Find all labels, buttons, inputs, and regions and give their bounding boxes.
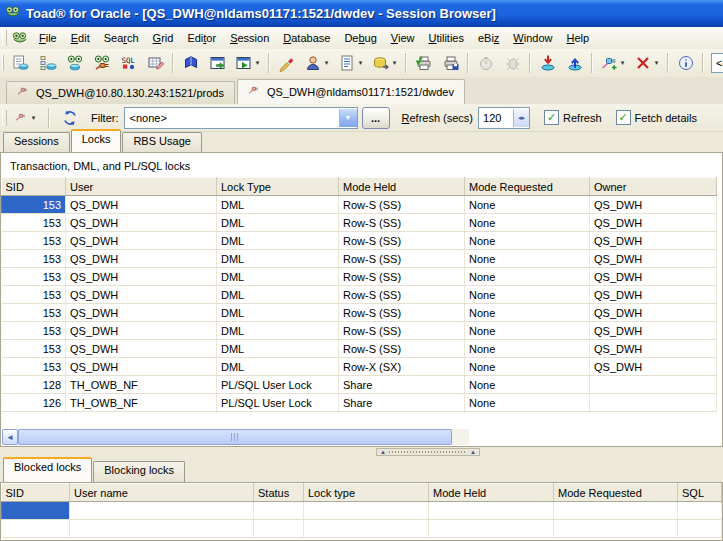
grid-cell[interactable] [590, 394, 717, 412]
grid-cell[interactable] [429, 520, 554, 538]
spinner-arrows-icon[interactable]: ◂▸ [513, 109, 529, 127]
grid-edit-icon[interactable] [142, 51, 169, 76]
refresh-icon[interactable] [56, 105, 83, 130]
grid-cell[interactable] [554, 520, 678, 538]
grid-cell[interactable]: 153 [2, 250, 66, 268]
filter-browse-button[interactable]: ... [362, 107, 390, 129]
table-row[interactable]: 153QS_DWHDMLRow-S (SS)NoneQS_DWH [2, 214, 717, 232]
grid-cell[interactable]: 153 [2, 196, 66, 214]
grid-cell[interactable]: QS_DWH [590, 232, 717, 250]
grid-cell[interactable]: QS_DWH [590, 340, 717, 358]
grid-cell[interactable]: 153 [2, 286, 66, 304]
grid-cell[interactable]: 153 [2, 340, 66, 358]
filter-combobox[interactable]: <none> ▼ [124, 107, 358, 129]
column-header[interactable]: Lock type [304, 484, 429, 502]
grid-cell[interactable]: None [465, 394, 590, 412]
desktop-selector[interactable]: <default> [711, 53, 723, 73]
menu-debug[interactable]: Debug [337, 29, 383, 47]
toolbar-grip[interactable] [2, 55, 4, 71]
table-row[interactable]: 153QS_DWHDMLRow-S (SS)NoneQS_DWH [2, 322, 717, 340]
grid-cell[interactable]: PL/SQL User Lock [217, 376, 339, 394]
grid-cell[interactable]: QS_DWH [590, 214, 717, 232]
report-manager-icon[interactable]: ▾ [334, 51, 368, 76]
grid-cell[interactable]: QS_DWH [66, 340, 217, 358]
column-header[interactable]: Lock Type [217, 178, 339, 196]
run-script-icon[interactable]: ▾ [231, 51, 265, 76]
table-row[interactable]: 153QS_DWHDMLRow-S (SS)NoneQS_DWH [2, 268, 717, 286]
column-header[interactable]: SID [2, 178, 66, 196]
grid-cell[interactable]: Row-S (SS) [339, 214, 465, 232]
grid-cell[interactable]: QS_DWH [66, 250, 217, 268]
grid-cell[interactable] [2, 520, 70, 538]
grid-cell[interactable]: QS_DWH [590, 196, 717, 214]
about-icon[interactable] [672, 51, 699, 76]
grid-cell[interactable] [70, 502, 254, 520]
checkbox-icon[interactable]: ✓ [544, 110, 559, 125]
grid-cell[interactable]: Row-S (SS) [339, 268, 465, 286]
grid-cell[interactable]: QS_DWH [66, 286, 217, 304]
table-row[interactable] [2, 502, 722, 520]
grid-cell[interactable]: QS_DWH [66, 214, 217, 232]
grid-cell[interactable] [70, 520, 254, 538]
column-header[interactable]: Mode Requested [554, 484, 678, 502]
grid-cell[interactable]: None [465, 304, 590, 322]
menu-edit[interactable]: Edit [64, 29, 97, 47]
grid-cell[interactable]: None [465, 232, 590, 250]
grid-cell[interactable] [304, 502, 429, 520]
toolbar-grip[interactable] [2, 30, 7, 46]
grid-cell[interactable]: 126 [2, 412, 66, 414]
locks-grid[interactable]: SIDUserLock TypeMode HeldMode RequestedO… [1, 177, 722, 413]
connection-tab[interactable]: QS_DWH@10.80.130.243:1521/prods [6, 81, 235, 104]
grid-cell[interactable] [678, 520, 722, 538]
column-header[interactable]: SID [2, 484, 70, 502]
grid-cell[interactable]: DML [217, 268, 339, 286]
grid-cell[interactable]: DML [217, 250, 339, 268]
checkbox-icon[interactable]: ✓ [616, 110, 631, 125]
docs-book-icon[interactable] [177, 51, 204, 76]
table-row[interactable]: 153QS_DWHDMLRow-S (SS)NoneQS_DWH [2, 196, 717, 214]
table-row[interactable]: 153QS_DWHDMLRow-X (SX)NoneQS_DWH [2, 358, 717, 376]
grid-cell[interactable]: PL/SQL User Lock [217, 394, 339, 412]
refresh-seconds-spinner[interactable]: 120 ◂▸ [478, 107, 530, 129]
grid-cell[interactable]: None [465, 358, 590, 376]
connection-tab[interactable]: QS_DWH@nldams01171:1521/dwdev [237, 79, 465, 104]
print-save-icon[interactable] [437, 51, 464, 76]
grid-cell[interactable]: 153 [2, 268, 66, 286]
grid-cell[interactable]: Row-S (SS) [339, 304, 465, 322]
column-header[interactable]: User name [70, 484, 254, 502]
grid-cell[interactable]: None [465, 322, 590, 340]
menu-grid[interactable]: Grid [146, 29, 181, 47]
menu-window[interactable]: Window [506, 29, 559, 47]
menu-ebiz[interactable]: eBiz [471, 29, 506, 47]
grid-cell[interactable]: DML [217, 286, 339, 304]
grid-cell[interactable]: QS_DWH [590, 286, 717, 304]
grid-cell[interactable]: 153 [2, 214, 66, 232]
table-row[interactable] [2, 520, 722, 538]
menu-editor[interactable]: Editor [180, 29, 223, 47]
grid-cell[interactable]: 153 [2, 322, 66, 340]
grid-cell[interactable]: Row-S (SS) [339, 196, 465, 214]
grid-cell[interactable]: DML [217, 214, 339, 232]
grid-cell[interactable]: QS_DWH [590, 268, 717, 286]
table-row[interactable]: 153QS_DWHDMLRow-S (SS)NoneQS_DWH [2, 232, 717, 250]
grid-cell[interactable] [304, 520, 429, 538]
scrollbar-thumb[interactable] [18, 429, 452, 445]
blocked-locks-grid[interactable]: SIDUser nameStatusLock typeMode HeldMode… [1, 483, 722, 540]
grid-cell[interactable] [590, 376, 717, 394]
grid-cell[interactable]: None [465, 268, 590, 286]
column-header[interactable]: Mode Held [429, 484, 554, 502]
grid-cell[interactable]: None [465, 214, 590, 232]
grid-cell[interactable]: None [465, 250, 590, 268]
column-header[interactable]: Mode Requested [465, 178, 590, 196]
export-data-icon[interactable]: ▾ [368, 51, 402, 76]
panel-splitter[interactable]: ▲ ▲ [0, 447, 723, 457]
grid-cell[interactable]: None [465, 286, 590, 304]
grid-cell[interactable]: QS_DWH [590, 322, 717, 340]
tab-locks[interactable]: Locks [71, 129, 122, 152]
tab-sessions[interactable]: Sessions [3, 132, 70, 152]
grid-cell[interactable] [2, 502, 70, 520]
grid-cell[interactable] [429, 502, 554, 520]
table-row[interactable]: 126TH_OWB_NFPL/SQL User LockShareNone [2, 412, 717, 414]
connection-selector-icon[interactable]: ▾ [10, 105, 42, 130]
grid-cell[interactable] [254, 520, 304, 538]
